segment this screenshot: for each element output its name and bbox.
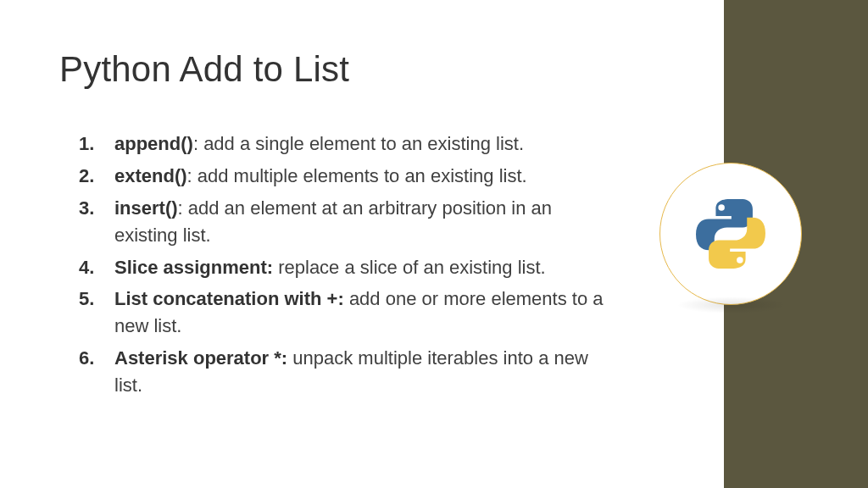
logo-shadow [676, 297, 787, 313]
list-item: Asterisk operator *: unpack multiple ite… [79, 345, 604, 399]
list-item-rest: replace a slice of an existing list. [278, 257, 546, 278]
python-logo-icon [692, 195, 770, 273]
list-item-strong: Slice assignment: [114, 257, 273, 278]
list-item: insert(): add an element at an arbitrary… [79, 195, 604, 249]
list-item-strong: insert() [114, 197, 178, 219]
list-item: append(): add a single element to an exi… [79, 130, 604, 158]
list-item-sep: : [193, 133, 203, 154]
svg-point-0 [718, 204, 725, 211]
list-item-strong: append() [114, 133, 193, 154]
list-item-rest: add multiple elements to an existing lis… [198, 165, 527, 186]
list-item-rest: add a single element to an existing list… [203, 133, 524, 154]
list-item-strong: Asterisk operator *: [114, 347, 287, 369]
logo-circle [659, 163, 802, 305]
list-item: extend(): add multiple elements to an ex… [79, 163, 604, 190]
list-item: Slice assignment: replace a slice of an … [79, 254, 604, 281]
slide: Python Add to List append(): add a singl… [0, 0, 868, 488]
list-item: List concatenation with +: add one or mo… [79, 286, 604, 340]
list-item-sep: : [187, 165, 198, 186]
list-item-strong: List concatenation with +: [114, 288, 344, 309]
list-item-strong: extend() [114, 165, 187, 186]
page-title: Python Add to List [59, 49, 349, 90]
list-item-sep: : [178, 197, 188, 219]
methods-list: append(): add a single element to an exi… [79, 130, 604, 404]
svg-point-1 [737, 257, 743, 263]
